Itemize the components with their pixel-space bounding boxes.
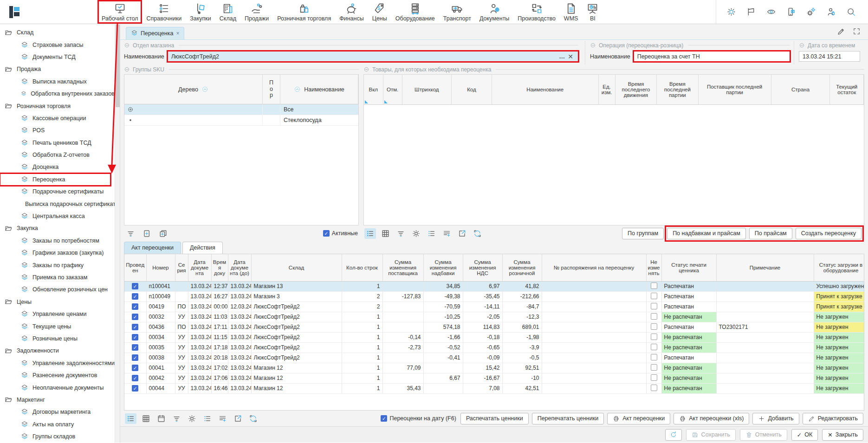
acts-row-0[interactable]: ✓п10004113.03.2412:3713.03.24Магазин 131… <box>124 281 864 291</box>
proved-checkbox[interactable]: ✓ <box>124 302 146 312</box>
sidebar-item-2-3[interactable]: Обработка Z-отчетов <box>0 149 115 161</box>
date-filter[interactable]: ✓Переоценки на дату (F6) <box>381 415 456 422</box>
acts-col-9[interactable]: Сумма изменения надбавки <box>423 254 463 281</box>
sidebar-item-3-4[interactable]: Обновление розничных цен <box>0 283 115 295</box>
acts-col-8[interactable]: Сумма изменения поставщика <box>382 254 423 281</box>
no-change-checkbox[interactable] <box>646 322 661 332</box>
acts-col-12[interactable]: № распоряжения на переоценку <box>542 254 646 281</box>
sidebar-item-4-0[interactable]: Управление ценами <box>0 308 115 320</box>
proved-checkbox[interactable]: ✓ <box>124 312 146 322</box>
active-checkbox[interactable]: ✓ <box>323 230 330 237</box>
acts-col-7[interactable]: Кол-во строк <box>342 254 382 281</box>
no-change-checkbox[interactable] <box>646 383 661 393</box>
sku-col-tree[interactable]: Дерево <box>124 75 263 104</box>
sidebar-item-4-2[interactable]: Розничные цены <box>0 333 115 345</box>
filter-icon[interactable] <box>395 228 407 239</box>
proved-checkbox[interactable]: ✓ <box>124 332 146 342</box>
no-change-checkbox[interactable] <box>646 363 661 373</box>
list-view-icon[interactable] <box>364 228 376 239</box>
sidebar-group-5[interactable]: Задолженности <box>0 345 115 357</box>
goods-col-8[interactable]: Поставщик последней партии <box>698 75 771 104</box>
by-groups-button[interactable]: По группам <box>622 228 664 239</box>
numbered-list-icon[interactable] <box>426 228 437 239</box>
sidebar-item-3-2[interactable]: Заказы по графику <box>0 259 115 271</box>
acts-col-3[interactable]: Дата документа <box>188 254 211 281</box>
acts-col-14[interactable]: Статус печати ценника <box>661 254 716 281</box>
sidebar-item-2-5[interactable]: Переоценка <box>0 173 110 186</box>
grid-view-icon[interactable] <box>140 413 152 424</box>
edit-pencil-icon[interactable] <box>837 27 845 36</box>
top-nav-documents[interactable]: Документы <box>475 0 513 24</box>
top-nav-finance[interactable]: Финансы <box>335 0 368 24</box>
sku-row-1[interactable]: Стеклопосуда <box>124 115 358 126</box>
collapse-icon[interactable] <box>124 42 130 48</box>
export-icon[interactable] <box>232 413 244 424</box>
sidebar-item-6-1[interactable]: Акты на оплату <box>0 418 115 430</box>
flag-icon[interactable] <box>746 7 756 17</box>
no-change-checkbox[interactable] <box>646 353 661 363</box>
top-nav-bi[interactable]: BI <box>582 0 603 24</box>
sku-row-0[interactable]: Все <box>124 104 358 115</box>
grid-view-icon[interactable] <box>380 228 391 239</box>
acts-col-2[interactable]: Серия <box>175 254 188 281</box>
sidebar-item-2-2[interactable]: Печать ценников ТСД <box>0 137 115 149</box>
sidebar-item-3-0[interactable]: Заказы по потребностям <box>0 235 115 247</box>
sidebar-item-0-1[interactable]: Документы ТСД <box>0 51 115 63</box>
sidebar-scrollbar[interactable] <box>115 24 120 443</box>
refresh-button[interactable] <box>665 429 682 441</box>
sidebar-group-3[interactable]: Закупка <box>0 222 115 234</box>
add-row-icon[interactable] <box>441 228 453 239</box>
date-filter-checkbox[interactable]: ✓ <box>381 415 387 422</box>
top-nav-cart[interactable]: Закупки <box>186 0 215 24</box>
sidebar-group-6[interactable]: Маркетинг <box>0 394 115 406</box>
sidebar-item-0-0[interactable]: Страховые запасы <box>0 39 115 51</box>
bottom-button-4[interactable]: Добавить <box>752 413 799 424</box>
top-nav-pricetag[interactable]: $Цены <box>368 0 391 24</box>
active-filter[interactable]: ✓Активные <box>323 230 358 237</box>
goods-col-4[interactable]: Наименование <box>492 75 598 104</box>
acts-tab-0[interactable]: Акт переоценки <box>124 242 181 254</box>
collapse-icon[interactable] <box>799 42 805 48</box>
top-nav-production[interactable]: Производство <box>513 0 560 24</box>
top-nav-sales[interactable]: Продажи <box>240 0 273 24</box>
ok-button[interactable]: ✓ОК <box>791 429 818 441</box>
sidebar-item-2-0[interactable]: Кассовые операции <box>0 112 115 124</box>
bottom-button-5[interactable]: Редактировать <box>803 413 863 424</box>
sku-col-name[interactable]: Наименование <box>280 75 358 104</box>
tab-pereocenka[interactable]: Переоценка × <box>126 27 184 39</box>
top-nav-warehouse[interactable]: Склад <box>215 0 240 24</box>
acts-col-10[interactable]: Сумма изменения НДС <box>463 254 502 281</box>
add-item-icon[interactable] <box>141 228 153 239</box>
top-nav-retail[interactable]: Розничная торговля <box>273 0 335 24</box>
sort-up-icon[interactable] <box>201 86 208 93</box>
collapse-icon[interactable] <box>124 66 130 72</box>
acts-col-16[interactable]: Статус загрузки в оборудование <box>814 254 864 281</box>
gear-icon[interactable] <box>186 413 198 424</box>
acts-col-5[interactable]: Дата документа (до) <box>228 254 251 281</box>
acts-col-1[interactable]: Номер <box>146 254 175 281</box>
sidebar-item-2-4[interactable]: Дооценка <box>0 161 115 173</box>
acts-col-4[interactable]: Время доку <box>211 254 228 281</box>
filter-icon[interactable] <box>125 228 136 239</box>
search-icon[interactable] <box>846 7 856 17</box>
reload-icon[interactable] <box>247 413 259 424</box>
sidebar-item-5-1[interactable]: Разнесение документов <box>0 369 115 381</box>
expand-icon[interactable] <box>853 27 861 36</box>
filter-icon[interactable] <box>171 413 182 424</box>
acts-col-15[interactable]: Примечание <box>716 254 814 281</box>
sidebar-group-2[interactable]: Розничная торговля <box>0 100 115 112</box>
goods-col-0[interactable]: Вкл <box>364 75 383 104</box>
sidebar-item-6-2[interactable]: Группы складов <box>0 430 115 443</box>
sidebar-item-2-6[interactable]: Подарочные сертификаты <box>0 186 115 198</box>
operation-name-input[interactable]: Переоценка за счет ТН <box>634 51 790 62</box>
sort-up-icon[interactable] <box>294 86 301 93</box>
close-button[interactable]: ✕Закрыть <box>822 429 863 441</box>
dept-name-input[interactable]: ЛюксСофтТрейд2 … ✕ <box>168 51 578 62</box>
goods-col-2[interactable]: Штрихкод <box>402 75 451 104</box>
tab-close-icon[interactable]: × <box>176 30 179 37</box>
user-lock-icon[interactable] <box>826 7 836 17</box>
top-nav-desktop[interactable]: Рабочий стол <box>97 0 142 24</box>
goods-col-6[interactable]: Время последнего движения <box>615 75 656 104</box>
goods-action-button-1[interactable]: По прайсам <box>749 228 792 239</box>
sku-col-por[interactable]: Пор <box>263 75 280 104</box>
